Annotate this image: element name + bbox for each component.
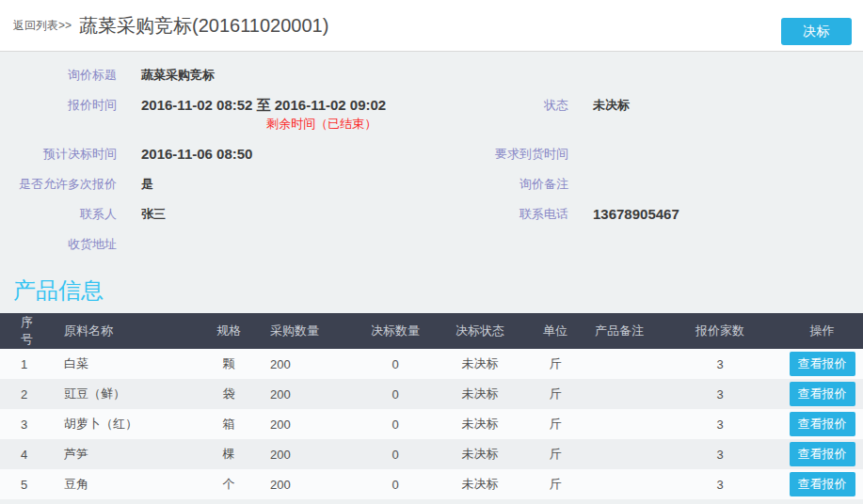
- expected-award-time-value: 2016-11-06 08:50: [141, 145, 252, 164]
- cell-award-qty: 0: [358, 439, 433, 469]
- contact-phone-value: 13678905467: [593, 205, 679, 224]
- cell-unit: 斤: [527, 379, 583, 409]
- col-header-action: 操作: [781, 313, 863, 349]
- info-row: 询价标题 蔬菜采购竞标: [0, 60, 863, 90]
- required-delivery-time-label: 要求到货时间: [431, 145, 568, 164]
- info-row: 联系人 张三 联系电话 13678905467: [0, 199, 863, 229]
- info-row: 预计决标时间 2016-11-06 08:50 要求到货时间: [0, 139, 863, 169]
- cell-remark: [583, 379, 659, 409]
- col-header-spec: 规格: [207, 313, 250, 349]
- cell-remark: [583, 439, 659, 469]
- cell-unit: 斤: [527, 409, 583, 439]
- table-row: 1 白菜 颗 200 0 未决标 斤 3 查看报价: [0, 349, 863, 379]
- cell-purchase-qty: 200: [250, 409, 358, 439]
- cell-material-name: 芦笋: [45, 439, 207, 469]
- cell-quote-count: 3: [659, 409, 781, 439]
- table-row: 3 胡萝卜（红） 箱 200 0 未决标 斤 3 查看报价: [0, 409, 863, 439]
- info-row: 收货地址: [0, 229, 863, 260]
- page-title: 蔬菜采购竞标(201611020001): [79, 13, 328, 39]
- cell-award-status: 未决标: [433, 469, 527, 499]
- cell-purchase-qty: 200: [250, 439, 358, 469]
- cell-no: 5: [0, 469, 45, 499]
- cell-material-name: 豇豆（鲜）: [45, 379, 207, 409]
- col-header-award-status: 决标状态: [433, 313, 527, 349]
- cell-award-status: 未决标: [433, 409, 527, 439]
- cell-award-status: 未决标: [433, 349, 527, 379]
- cell-quote-count: 3: [659, 439, 781, 469]
- view-quote-button[interactable]: 查看报价: [790, 442, 855, 466]
- award-button[interactable]: 决标: [781, 18, 852, 45]
- contact-phone-label: 联系电话: [431, 205, 568, 224]
- products-section-title: 产品信息: [13, 276, 863, 304]
- view-quote-button[interactable]: 查看报价: [790, 352, 855, 376]
- cell-award-qty: 0: [358, 469, 433, 499]
- cell-remark: [583, 409, 659, 439]
- cell-spec: 袋: [207, 379, 250, 409]
- info-row: 是否允许多次报价 是 询价备注: [0, 169, 863, 199]
- inquiry-info-panel: 询价标题 蔬菜采购竞标 报价时间 2016-11-02 08:52 至 2016…: [0, 52, 863, 265]
- cell-no: 4: [0, 439, 45, 469]
- view-quote-button[interactable]: 查看报价: [790, 412, 855, 436]
- cell-no: 2: [0, 379, 45, 409]
- cell-purchase-qty: 200: [250, 349, 358, 379]
- cell-remark: [583, 469, 659, 499]
- col-header-award-qty: 决标数量: [358, 313, 433, 349]
- table-row: 5 豆角 个 200 0 未决标 斤 3 查看报价: [0, 469, 863, 499]
- back-to-list-link[interactable]: 返回列表>>: [13, 18, 72, 34]
- cell-award-qty: 0: [358, 409, 433, 439]
- cell-award-qty: 0: [358, 379, 433, 409]
- cell-remark: [583, 349, 659, 379]
- col-header-quote-count: 报价家数: [659, 313, 781, 349]
- cell-unit: 斤: [527, 439, 583, 469]
- cell-no: 3: [0, 409, 45, 439]
- quote-time-value: 2016-11-02 08:52 至 2016-11-02 09:02: [141, 96, 386, 115]
- cell-material-name: 豆角: [45, 469, 207, 499]
- quote-time-label: 报价时间: [0, 96, 117, 115]
- col-header-unit: 单位: [527, 313, 583, 349]
- cell-unit: 斤: [527, 349, 583, 379]
- cell-spec: 棵: [207, 439, 250, 469]
- table-header-row: 序号 原料名称 规格 采购数量 决标数量 决标状态 单位 产品备注 报价家数 操…: [0, 313, 863, 349]
- view-quote-button[interactable]: 查看报价: [790, 472, 855, 496]
- contact-person-label: 联系人: [0, 205, 117, 224]
- cell-purchase-qty: 200: [250, 379, 358, 409]
- delivery-address-label: 收货地址: [0, 235, 117, 254]
- cell-award-status: 未决标: [433, 439, 527, 469]
- cell-quote-count: 3: [659, 469, 781, 499]
- cell-spec: 个: [207, 469, 250, 499]
- products-table: 序号 原料名称 规格 采购数量 决标数量 决标状态 单位 产品备注 报价家数 操…: [0, 313, 863, 499]
- remaining-time-note: 剩余时间（已结束）: [141, 115, 386, 134]
- cell-quote-count: 3: [659, 379, 781, 409]
- table-row: 4 芦笋 棵 200 0 未决标 斤 3 查看报价: [0, 439, 863, 469]
- cell-quote-count: 3: [659, 349, 781, 379]
- cell-no: 1: [0, 349, 45, 379]
- col-header-no: 序号: [0, 313, 45, 349]
- cell-award-status: 未决标: [433, 379, 527, 409]
- cell-spec: 颗: [207, 349, 250, 379]
- status-value: 未决标: [593, 96, 630, 115]
- cell-material-name: 胡萝卜（红）: [45, 409, 207, 439]
- col-header-purchase-qty: 采购数量: [250, 313, 358, 349]
- col-header-remark: 产品备注: [583, 313, 659, 349]
- cell-material-name: 白菜: [45, 349, 207, 379]
- inquiry-title-value: 蔬菜采购竞标: [141, 66, 215, 85]
- expected-award-time-label: 预计决标时间: [0, 145, 117, 164]
- cell-award-qty: 0: [358, 349, 433, 379]
- contact-person-value: 张三: [141, 205, 166, 224]
- status-label: 状态: [431, 96, 568, 115]
- col-header-material-name: 原料名称: [45, 313, 207, 349]
- cell-spec: 箱: [207, 409, 250, 439]
- info-row: 报价时间 2016-11-02 08:52 至 2016-11-02 09:02…: [0, 90, 863, 139]
- topbar: 返回列表>> 蔬菜采购竞标(201611020001) 决标: [0, 0, 863, 52]
- allow-multiple-quotes-value: 是: [141, 175, 153, 194]
- allow-multiple-quotes-label: 是否允许多次报价: [0, 175, 117, 194]
- inquiry-remark-label: 询价备注: [431, 175, 568, 194]
- inquiry-title-label: 询价标题: [0, 66, 117, 85]
- cell-purchase-qty: 200: [250, 469, 358, 499]
- table-row: 2 豇豆（鲜） 袋 200 0 未决标 斤 3 查看报价: [0, 379, 863, 409]
- cell-unit: 斤: [527, 469, 583, 499]
- view-quote-button[interactable]: 查看报价: [790, 382, 855, 406]
